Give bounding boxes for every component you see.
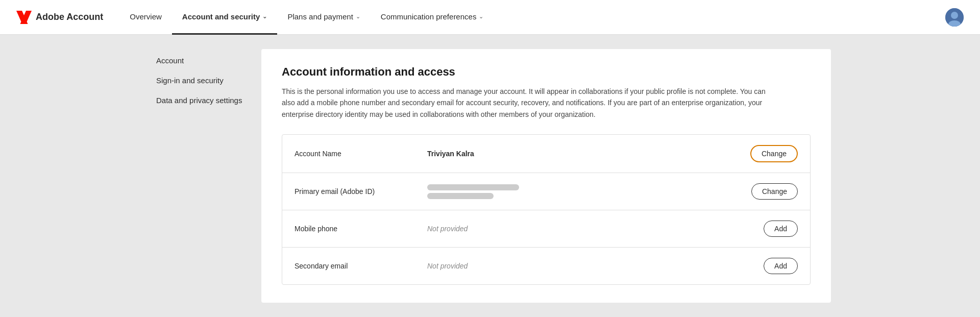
nav-link-account-security-label: Account and security xyxy=(182,12,260,21)
mobile-phone-label: Mobile phone xyxy=(295,225,427,233)
info-table: Account Name Triviyan Kalra Change Prima… xyxy=(282,134,811,285)
nav-link-communication-label: Communication preferences xyxy=(381,12,477,21)
adobe-logo-icon xyxy=(16,11,32,24)
secondary-email-value: Not provided xyxy=(427,262,764,270)
table-row: Mobile phone Not provided Add xyxy=(282,210,810,248)
nav-link-account-security[interactable]: Account and security ⌄ xyxy=(172,0,278,35)
primary-email-value xyxy=(427,184,751,199)
table-row: Secondary email Not provided Add xyxy=(282,248,810,284)
sidebar-item-data-privacy-label: Data and privacy settings xyxy=(156,96,242,105)
chevron-down-icon: ⌄ xyxy=(356,13,360,20)
sidebar-item-sign-in-security-label: Sign-in and security xyxy=(156,76,224,85)
nav-link-plans-payment[interactable]: Plans and payment ⌄ xyxy=(277,0,370,35)
sidebar-item-account-label: Account xyxy=(156,56,184,65)
nav-link-overview[interactable]: Overview xyxy=(119,0,172,35)
account-name-value: Triviyan Kalra xyxy=(427,150,750,158)
account-name-change-button[interactable]: Change xyxy=(750,145,798,162)
blurred-line-1 xyxy=(427,184,519,190)
blurred-line-2 xyxy=(427,193,494,199)
chevron-down-icon: ⌄ xyxy=(479,13,483,20)
account-name-action: Change xyxy=(750,145,798,162)
page-title: Account information and access xyxy=(282,65,811,79)
main-content: Account information and access This is t… xyxy=(261,49,831,303)
secondary-email-action: Add xyxy=(764,258,798,274)
brand-name: Adobe Account xyxy=(36,12,103,22)
avatar-icon xyxy=(945,8,964,27)
secondary-email-label: Secondary email xyxy=(295,262,427,270)
sidebar-item-sign-in-security[interactable]: Sign-in and security xyxy=(149,71,261,90)
nav-links: Overview Account and security ⌄ Plans an… xyxy=(119,0,945,35)
primary-email-change-button[interactable]: Change xyxy=(751,183,798,200)
primary-email-label: Primary email (Adobe ID) xyxy=(295,187,427,196)
mobile-phone-value: Not provided xyxy=(427,225,764,233)
page-body: Account Sign-in and security Data and pr… xyxy=(133,35,847,317)
sidebar: Account Sign-in and security Data and pr… xyxy=(149,49,261,303)
avatar[interactable] xyxy=(945,8,964,27)
account-name-label: Account Name xyxy=(295,150,427,158)
top-navigation: Adobe Account Overview Account and secur… xyxy=(0,0,980,35)
mobile-phone-add-button[interactable]: Add xyxy=(764,221,798,237)
sidebar-item-data-privacy[interactable]: Data and privacy settings xyxy=(149,91,261,110)
primary-email-action: Change xyxy=(751,183,798,200)
svg-point-1 xyxy=(951,12,958,19)
mobile-phone-action: Add xyxy=(764,221,798,237)
nav-link-plans-payment-label: Plans and payment xyxy=(287,12,353,21)
table-row: Account Name Triviyan Kalra Change xyxy=(282,135,810,173)
chevron-down-icon: ⌄ xyxy=(262,13,267,20)
secondary-email-add-button[interactable]: Add xyxy=(764,258,798,274)
nav-link-communication[interactable]: Communication preferences ⌄ xyxy=(371,0,494,35)
sidebar-item-account[interactable]: Account xyxy=(149,51,261,70)
nav-link-overview-label: Overview xyxy=(130,12,162,21)
table-row: Primary email (Adobe ID) Change xyxy=(282,173,810,210)
adobe-logo-link[interactable]: Adobe Account xyxy=(16,11,103,24)
section-description: This is the personal information you use… xyxy=(282,86,772,120)
